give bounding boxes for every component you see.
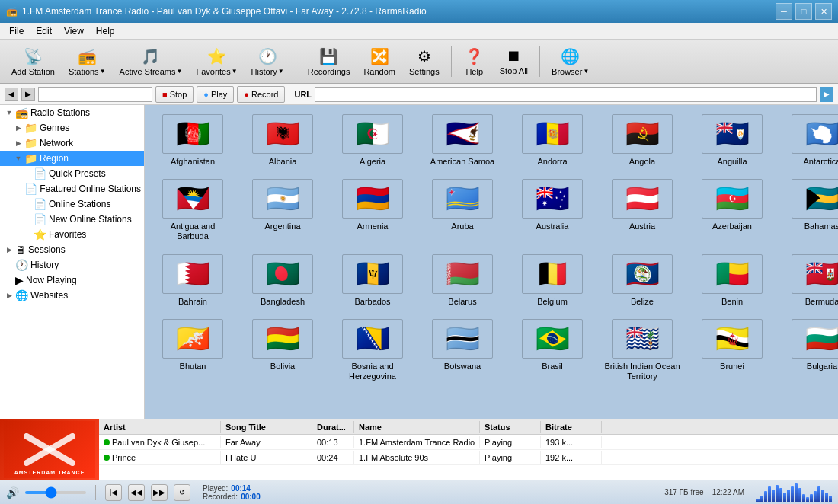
forward-button[interactable]: ▶▶: [151, 484, 168, 501]
menubar: File Edit View Help: [0, 23, 838, 40]
websites-icon: 🌐: [15, 289, 28, 301]
flag-box: 🇧🇼: [432, 319, 493, 359]
minimize-button[interactable]: ─: [776, 3, 792, 20]
sidebar-item-websites[interactable]: ▶ 🌐 Websites: [0, 288, 144, 303]
stop-all-button[interactable]: ⏹ Stop All: [494, 43, 533, 81]
nav-forward-button[interactable]: ▶: [21, 88, 35, 101]
nav-back-button[interactable]: ◀: [5, 88, 18, 101]
settings-button[interactable]: ⚙ Settings: [404, 43, 445, 81]
flag-item[interactable]: 🇦🇲 Armenia: [331, 176, 414, 244]
help-button[interactable]: ❓ Help: [458, 43, 491, 81]
flag-item[interactable]: 🇦🇸 American Samoa: [421, 111, 504, 170]
flag-item[interactable]: 🇧🇷 Brasil: [510, 316, 594, 384]
flag-box: 🇦🇮: [702, 114, 763, 154]
flag-label: Afghanistan: [171, 157, 215, 167]
flag-label: Bangladesh: [261, 297, 305, 307]
add-station-icon: 📡: [24, 47, 43, 65]
spectrum-bar: [783, 493, 786, 502]
flag-item[interactable]: 🇧🇸 Bahamas: [780, 176, 838, 244]
flag-box: 🇮🇴: [612, 319, 673, 359]
browser-button[interactable]: 🌐 Browser ▼: [546, 43, 594, 81]
prev-button[interactable]: |◀: [105, 484, 122, 501]
flag-item[interactable]: 🇧🇿 Belize: [600, 251, 684, 310]
flag-label: Bermuda: [805, 297, 838, 307]
flag-item[interactable]: 🇧🇳 Brunei: [690, 316, 774, 384]
record-button[interactable]: ● Record: [237, 86, 285, 103]
menu-view[interactable]: View: [58, 24, 90, 38]
genres-icon: 📁: [24, 122, 37, 134]
flag-item[interactable]: 🇦🇩 Andorra: [510, 111, 594, 170]
flag-item[interactable]: 🇧🇧 Barbados: [331, 251, 414, 310]
table-row[interactable]: Paul van Dyk & Giusep... Far Away 00:13 …: [99, 435, 838, 450]
flag-item[interactable]: 🇦🇹 Austria: [600, 176, 684, 244]
sidebar-item-favorites[interactable]: ⭐ Favorites: [0, 227, 144, 242]
radio-stations-icon: 📻: [15, 107, 28, 119]
flag-item[interactable]: 🇦🇼 Aruba: [421, 176, 504, 244]
maximize-button[interactable]: □: [795, 3, 812, 20]
favorites-label: Favorites: [196, 67, 230, 76]
sidebar-item-history[interactable]: 🕐 History: [0, 257, 144, 273]
flag-item[interactable]: 🇧🇬 Bulgaria: [780, 316, 838, 384]
sidebar-item-radio-stations[interactable]: ▼ 📻 Radio Stations: [0, 105, 144, 120]
stations-button[interactable]: 📻 Stations ▼: [63, 43, 111, 81]
sidebar-item-featured-online-stations[interactable]: 📄 Featured Online Stations: [0, 181, 144, 196]
favorites-button[interactable]: ⭐ Favorites ▼: [190, 43, 242, 81]
titlebar-controls[interactable]: ─ □ ✕: [776, 3, 832, 20]
flag-item[interactable]: 🇧🇲 Bermuda: [780, 251, 838, 310]
play-button[interactable]: ● Play: [197, 86, 234, 103]
sidebar-item-sessions[interactable]: ▶ 🖥 Sessions: [0, 242, 144, 257]
spectrum-bar: [798, 488, 801, 502]
repeat-button[interactable]: ↺: [174, 484, 190, 501]
sidebar-item-region[interactable]: ▼ 📁 Region: [0, 151, 144, 166]
menu-edit[interactable]: Edit: [30, 24, 58, 38]
url-go-button[interactable]: ▶: [820, 87, 833, 102]
flag-item[interactable]: 🇦🇬 Antigua and Barbuda: [151, 176, 235, 244]
active-streams-button[interactable]: 🎵 Active Streams ▼: [114, 43, 188, 81]
back-button[interactable]: ◀◀: [128, 484, 145, 501]
flag-box: 🇧🇭: [162, 254, 223, 294]
recordings-button[interactable]: 💾 Recordings: [302, 43, 356, 81]
header-name: Name: [354, 421, 480, 433]
flag-item[interactable]: 🇧🇭 Bahrain: [151, 251, 235, 310]
flag-item[interactable]: 🇧🇴 Bolivia: [241, 316, 325, 384]
flag-item[interactable]: 🇦🇿 Azerbaijan: [690, 176, 774, 244]
add-station-button[interactable]: 📡 Add Station: [6, 43, 60, 81]
flag-item[interactable]: 🇧🇹 Bhutan: [151, 316, 235, 384]
flag-item[interactable]: 🇩🇿 Algeria: [331, 111, 414, 170]
flag-item[interactable]: 🇦🇱 Albania: [241, 111, 325, 170]
url-input[interactable]: [315, 87, 817, 102]
menu-help[interactable]: Help: [90, 24, 121, 38]
sidebar-item-network[interactable]: ▶ 📁 Network: [0, 136, 144, 151]
flag-item[interactable]: 🇮🇴 British Indian Ocean Territory: [600, 316, 684, 384]
flag-item[interactable]: 🇦🇷 Argentina: [241, 176, 325, 244]
flag-item[interactable]: 🇧🇪 Belgium: [510, 251, 594, 310]
volume-slider[interactable]: [25, 491, 86, 494]
search-input[interactable]: [38, 87, 152, 102]
sidebar-item-quick-presets[interactable]: 📄 Quick Presets: [0, 166, 144, 181]
flag-item[interactable]: 🇧🇦 Bosnia and Herzegovina: [331, 316, 414, 384]
sidebar-item-online-stations[interactable]: 📄 Online Stations: [0, 196, 144, 212]
sidebar-item-now-playing[interactable]: ▶ Now Playing: [0, 273, 144, 288]
browser-label: Browser: [552, 67, 582, 76]
flag-item[interactable]: 🇧🇼 Botswana: [421, 316, 504, 384]
flag-item[interactable]: 🇧🇩 Bangladesh: [241, 251, 325, 310]
random-button[interactable]: 🔀 Random: [358, 43, 401, 81]
flag-box: 🇧🇷: [522, 319, 583, 359]
sidebar-item-genres[interactable]: ▶ 📁 Genres: [0, 120, 144, 136]
flag-item[interactable]: 🇧🇾 Belarus: [421, 251, 504, 310]
flag-item[interactable]: 🇧🇯 Benin: [690, 251, 774, 310]
table-row[interactable]: Prince I Hate U 00:24 1.FM Absolute 90s …: [99, 450, 838, 465]
stop-button[interactable]: ■ Stop: [155, 86, 194, 103]
flag-item[interactable]: 🇦🇫 Afghanistan: [151, 111, 235, 170]
flag-item[interactable]: 🇦🇶 Antarctica: [780, 111, 838, 170]
sidebar-item-new-online-stations[interactable]: 📄 New Online Stations: [0, 212, 144, 227]
flag-item[interactable]: 🇦🇮 Anguilla: [690, 111, 774, 170]
titlebar-left: 📻 1.FM Amsterdam Trance Radio - Paul van…: [6, 6, 427, 17]
flag-item[interactable]: 🇦🇺 Australia: [510, 176, 594, 244]
flag-item[interactable]: 🇦🇴 Angola: [600, 111, 684, 170]
row1-name: 1.FM Amsterdam Trance Radio: [354, 436, 480, 448]
history-button[interactable]: 🕐 History ▼: [246, 43, 289, 81]
now-playing-panel: Amsterdam Trance Artist Song Title Durat…: [0, 419, 838, 480]
close-button[interactable]: ✕: [815, 3, 832, 20]
menu-file[interactable]: File: [3, 24, 30, 38]
